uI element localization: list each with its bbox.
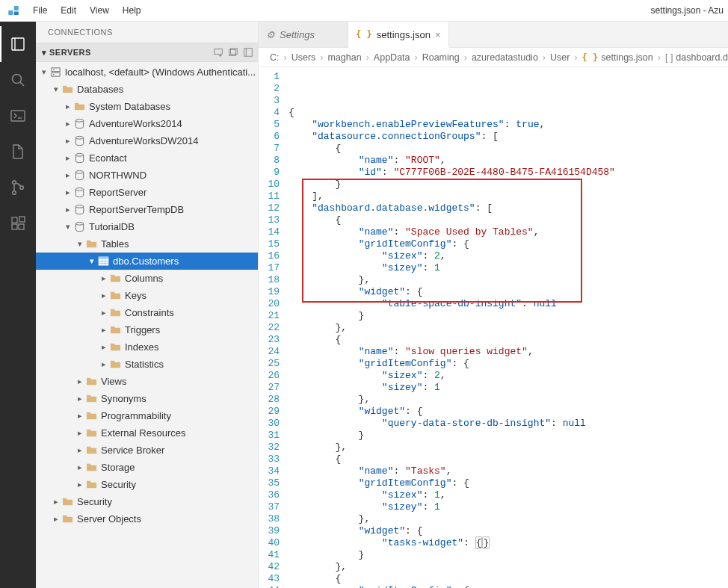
database-icon <box>73 118 85 130</box>
table-icon <box>97 256 109 267</box>
tab-settings-json[interactable]: { } settings.json × <box>348 22 449 48</box>
json-icon: { } <box>356 29 372 40</box>
activity-extensions[interactable] <box>0 205 36 241</box>
server-objects-folder[interactable]: ▸Server Objects <box>36 510 258 527</box>
code-content[interactable]: { "workbench.enablePreviewFeatures": tru… <box>289 67 728 588</box>
menu-file[interactable]: File <box>26 0 54 21</box>
activity-bar <box>0 22 36 588</box>
svg-line-6 <box>20 82 24 86</box>
db-reportservertemp[interactable]: ▸ReportServerTempDB <box>36 201 258 218</box>
svg-rect-2 <box>13 12 18 16</box>
svg-rect-3 <box>12 38 24 50</box>
db-northwnd[interactable]: ▸NORTHWND <box>36 167 258 184</box>
activity-search[interactable] <box>0 62 36 98</box>
database-icon <box>73 221 85 233</box>
folder-icon <box>85 462 97 474</box>
folder-icon <box>109 307 121 319</box>
json-icon: { } <box>582 52 599 63</box>
menu-edit[interactable]: Edit <box>54 0 83 21</box>
activity-connections[interactable] <box>0 26 36 62</box>
sidebar-title: CONNECTIONS <box>36 22 258 43</box>
db-adventureworks[interactable]: ▸AdventureWorks2014 <box>36 115 258 132</box>
svg-point-10 <box>13 191 16 195</box>
database-icon <box>73 187 85 199</box>
servers-header[interactable]: ▾ SERVERS <box>36 43 258 62</box>
folder-icon <box>109 359 121 371</box>
external-folder[interactable]: ▸External Resources <box>36 424 258 442</box>
svg-rect-35 <box>98 257 108 259</box>
window-title: settings.json - Azu <box>651 5 728 16</box>
synonyms-folder[interactable]: ▸Synonyms <box>36 390 258 407</box>
folder-icon <box>109 273 121 285</box>
svg-rect-21 <box>244 49 253 57</box>
svg-rect-23 <box>51 68 59 72</box>
statistics-folder[interactable]: ▸Statistics <box>36 356 258 373</box>
folder-icon <box>61 84 73 96</box>
show-active-icon[interactable] <box>241 46 255 59</box>
svg-point-32 <box>75 205 83 208</box>
svg-rect-13 <box>12 224 17 229</box>
folder-icon <box>85 238 97 250</box>
app-icon <box>0 4 26 17</box>
tables-folder[interactable]: ▾Tables <box>36 235 258 253</box>
svg-point-11 <box>20 186 24 190</box>
svg-rect-24 <box>51 72 59 76</box>
title-bar: File Edit View Help settings.json - Azu <box>0 0 728 22</box>
db-econtact[interactable]: ▸Econtact <box>36 149 258 167</box>
server-security-folder[interactable]: ▸Security <box>36 493 258 510</box>
folder-icon <box>109 324 121 336</box>
indexes-folder[interactable]: ▸Indexes <box>36 338 258 356</box>
editor: ⚙ Settings { } settings.json × C:› Users… <box>259 22 728 588</box>
database-icon <box>73 152 85 164</box>
db-security-folder[interactable]: ▸Security <box>36 476 258 493</box>
keys-folder[interactable]: ▸Keys <box>36 287 258 304</box>
svg-rect-16 <box>215 49 223 55</box>
code-editor[interactable]: 1234567891011121314151617181920212223242… <box>259 67 728 588</box>
activity-terminal[interactable] <box>0 98 36 134</box>
svg-rect-0 <box>8 10 13 15</box>
columns-folder[interactable]: ▸Columns <box>36 270 258 287</box>
storage-folder[interactable]: ▸Storage <box>36 459 258 476</box>
folder-icon <box>85 393 97 405</box>
folder-icon <box>85 479 97 491</box>
constraints-folder[interactable]: ▸Constraints <box>36 304 258 321</box>
svg-rect-7 <box>11 111 25 121</box>
db-system[interactable]: ▸System Databases <box>36 98 258 115</box>
folder-icon <box>73 101 85 113</box>
servicebroker-folder[interactable]: ▸Service Broker <box>36 442 258 459</box>
menu-help[interactable]: Help <box>116 0 148 21</box>
svg-point-29 <box>75 153 83 156</box>
databases-folder[interactable]: ▾Databases <box>36 81 258 98</box>
sidebar: CONNECTIONS ▾ SERVERS ▾localhost, <defau… <box>36 22 259 588</box>
views-folder[interactable]: ▸Views <box>36 373 258 390</box>
folder-icon <box>85 410 97 422</box>
close-icon[interactable]: × <box>435 29 441 40</box>
svg-rect-15 <box>19 217 25 222</box>
svg-point-31 <box>75 188 83 191</box>
svg-point-9 <box>13 181 16 185</box>
server-node[interactable]: ▾localhost, <default> (Windows Authentic… <box>36 64 258 81</box>
svg-point-5 <box>13 75 22 84</box>
db-reportserver[interactable]: ▸ReportServer <box>36 184 258 201</box>
tree-view: ▾localhost, <default> (Windows Authentic… <box>36 62 258 588</box>
triggers-folder[interactable]: ▸Triggers <box>36 321 258 338</box>
db-tutorial[interactable]: ▾TutorialDB <box>36 218 258 235</box>
folder-icon <box>85 445 97 457</box>
svg-point-30 <box>75 170 83 173</box>
tab-settings[interactable]: ⚙ Settings <box>259 22 348 47</box>
table-dbo-customers[interactable]: ▾dbo.Customers <box>36 253 258 270</box>
new-group-icon[interactable] <box>226 46 240 59</box>
svg-point-25 <box>52 69 54 70</box>
svg-point-27 <box>75 119 83 122</box>
activity-explorer[interactable] <box>0 134 36 170</box>
breadcrumbs[interactable]: C:› Users› maghan› AppData› Roaming› azu… <box>259 48 728 67</box>
svg-point-28 <box>75 136 83 139</box>
svg-point-26 <box>52 74 54 75</box>
db-adventureworksdw[interactable]: ▸AdventureWorksDW2014 <box>36 132 258 149</box>
menu-view[interactable]: View <box>83 0 116 21</box>
new-connection-icon[interactable] <box>212 46 225 59</box>
svg-rect-12 <box>12 217 17 223</box>
activity-source-control[interactable] <box>0 170 36 205</box>
gear-icon: ⚙ <box>266 29 275 40</box>
programmability-folder[interactable]: ▸Programmability <box>36 407 258 424</box>
